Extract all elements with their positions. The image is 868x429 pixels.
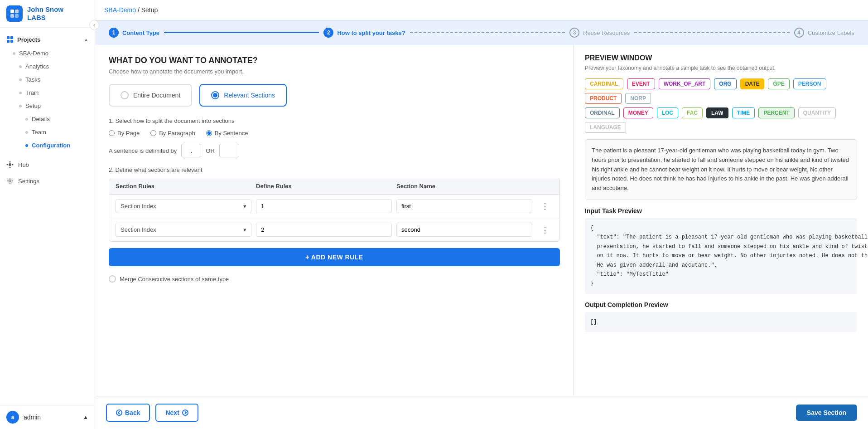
step-3-num: 3 [569,28,579,38]
radio-relevant-circle [211,91,219,99]
step-2[interactable]: 2 How to split your tasks? [323,28,405,38]
merge-row: Merge Consecutive sections of same type [109,275,560,283]
output-preview-label: Output Completion Preview [585,301,857,308]
user-expand-icon[interactable]: ▲ [83,414,88,420]
option-relevant-label: Relevant Sections [224,92,275,99]
svg-rect-7 [10,40,13,43]
header-section-name: Section Name [396,183,537,190]
split-by-sentence-radio[interactable] [206,130,212,136]
nav-settings[interactable]: Settings [0,173,95,189]
page-title: WHAT DO YOU WANT TO ANNOTATE? [109,56,560,65]
split-by-sentence-label: By Sentence [215,130,248,136]
step-line-1 [164,32,319,33]
merge-radio[interactable] [109,275,116,283]
step-1[interactable]: 1 Content Type [109,28,159,38]
save-section-button[interactable]: Save Section [796,405,857,421]
tag-percent[interactable]: PERCENT [758,107,794,118]
tag-work_of_art[interactable]: WORK_OF_ART [659,78,711,89]
body-area: WHAT DO YOU WANT TO ANNOTATE? Choose how… [95,45,868,396]
split-by-page-radio[interactable] [109,130,115,136]
logo-text: John Snow LABS [27,5,63,22]
header-section-rules: Section Rules [116,183,256,190]
section-name-input-1[interactable] [396,199,532,213]
delimiter-input-2[interactable] [219,144,239,157]
step-line-3 [634,32,789,33]
section-rule-dropdown-2[interactable]: Section Index ▾ [116,223,251,237]
split-radio-group: By Page By Paragraph By Sentence [109,130,560,136]
step-1-label: Content Type [122,29,159,36]
section-rule-dropdown-1[interactable]: Section Index ▾ [116,199,251,213]
tag-quantity[interactable]: QUANTITY [798,107,836,118]
step-1-num: 1 [109,28,119,38]
step-2-num: 2 [323,28,333,38]
svg-rect-5 [10,36,13,39]
train-dot [19,92,22,94]
section-name-input-2[interactable] [396,223,532,237]
section-rule-value-2: Section Index [121,226,156,233]
tag-date[interactable]: DATE [740,78,765,89]
nav-setup[interactable]: Setup [0,99,95,112]
nav-analytics[interactable]: Analytics [0,60,95,73]
preview-subtitle: Preview your taxonomy and annotate a sam… [585,65,857,71]
input-preview-label: Input Task Preview [585,207,857,214]
nav-details[interactable]: Details [0,112,95,126]
option-entire-label: Entire Document [133,92,180,99]
svg-point-15 [183,410,188,415]
option-entire-document[interactable]: Entire Document [109,84,192,107]
steps-bar: 1 Content Type 2 How to split your tasks… [95,20,868,45]
tag-law[interactable]: LAW [706,107,728,118]
tag-gpe[interactable]: GPE [768,78,789,89]
nav-section: Projects ▲ SBA-Demo Analytics Tasks Trai… [0,28,95,405]
sidebar-collapse-button[interactable]: ‹ [89,20,99,30]
breadcrumb-project-link[interactable]: SBA-Demo [104,6,136,14]
split-by-paragraph-radio[interactable] [150,130,156,136]
define-rules-label: 2. Define what sections are relevant [109,166,560,173]
nav-sba-demo[interactable]: SBA-Demo [0,47,95,60]
svg-rect-6 [7,40,10,43]
nav-configuration[interactable]: Configuration [0,139,95,152]
split-by-paragraph-option[interactable]: By Paragraph [150,130,195,136]
add-new-rule-button[interactable]: + ADD NEW RULE [109,248,560,266]
tag-event[interactable]: EVENT [627,78,655,89]
breadcrumb-separator: / [136,6,141,14]
radio-relevant-dot [213,93,217,98]
tag-ordinal[interactable]: ORDINAL [585,107,620,118]
step-4[interactable]: 4 Customize Labels [794,28,854,38]
nav-hub[interactable]: Hub [0,156,95,173]
sidebar-footer: a admin ▲ [0,405,95,429]
tag-norp[interactable]: NORP [625,93,651,104]
tag-person[interactable]: PERSON [793,78,826,89]
radio-entire-circle [121,91,129,99]
step-3[interactable]: 3 Reuse Resources [569,28,630,38]
delimiter-or-label: OR [206,147,215,154]
split-by-page-option[interactable]: By Page [109,130,140,136]
split-by-sentence-option[interactable]: By Sentence [206,130,248,136]
next-button[interactable]: Next [155,404,198,422]
step-3-label: Reuse Resources [583,29,630,36]
tag-money[interactable]: MONEY [623,107,653,118]
nav-tasks[interactable]: Tasks [0,73,95,86]
define-rule-input-2[interactable] [256,223,392,237]
rules-table-header: Section Rules Define Rules Section Name [109,178,559,195]
nav-train[interactable]: Train [0,86,95,99]
tag-language[interactable]: LANGUAGE [585,122,626,133]
tag-org[interactable]: ORG [714,78,736,89]
row-menu-1[interactable]: ⋮ [537,201,553,211]
nav-team[interactable]: Team [0,126,95,139]
row-menu-2[interactable]: ⋮ [537,225,553,235]
breadcrumb-page: Setup [141,6,158,14]
delimiter-input-1[interactable] [181,144,201,157]
tag-product[interactable]: PRODUCT [585,93,622,104]
tag-cardinal[interactable]: CARDINAL [585,78,623,89]
header-define-rules: Define Rules [256,183,396,190]
tag-time[interactable]: TIME [732,107,755,118]
configuration-dot [25,144,28,147]
nav-projects[interactable]: Projects ▲ [0,32,95,47]
define-rule-input-1[interactable] [256,199,392,213]
sample-text-box: The patient is a pleasant 17-year-old ge… [585,139,857,200]
tag-loc[interactable]: LOC [657,107,678,118]
tag-fac[interactable]: FAC [682,107,703,118]
option-relevant-sections[interactable]: Relevant Sections [199,84,287,107]
back-button[interactable]: Back [106,404,150,422]
dropdown-chevron-2: ▾ [243,226,246,233]
